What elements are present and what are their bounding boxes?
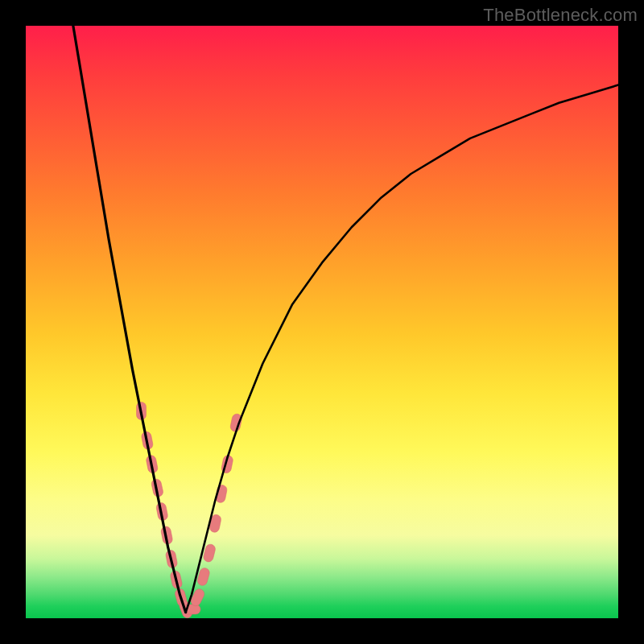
chart-svg <box>26 26 618 618</box>
watermark-text: TheBottleneck.com <box>483 5 638 26</box>
outer-frame: TheBottleneck.com <box>0 0 644 644</box>
plot-area <box>26 26 618 618</box>
curve-layer <box>73 26 618 613</box>
curve-left-branch <box>73 26 186 613</box>
curve-right-branch <box>186 85 618 613</box>
marker-layer <box>137 402 243 619</box>
